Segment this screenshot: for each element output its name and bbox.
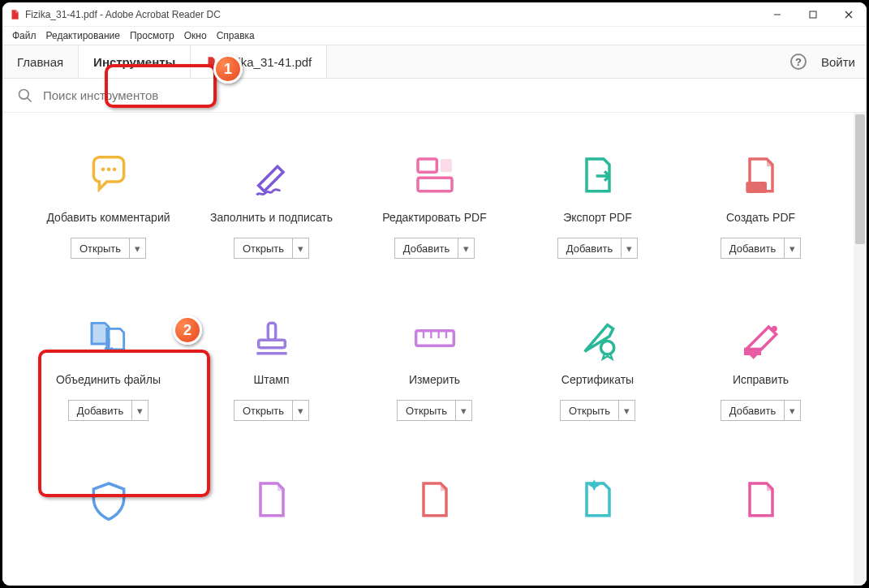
chevron-down-icon[interactable]: ▾ xyxy=(618,401,635,420)
tool-partial-5[interactable] xyxy=(679,478,842,523)
svg-rect-10 xyxy=(418,178,452,191)
menu-file[interactable]: Файл xyxy=(9,28,40,43)
page-icon xyxy=(738,478,784,523)
page-icon xyxy=(412,478,458,523)
tool-action-button[interactable]: Открыть▾ xyxy=(560,400,635,421)
tool-action-button[interactable]: Добавить▾ xyxy=(68,400,148,421)
menu-view[interactable]: Просмотр xyxy=(127,28,178,43)
scrollbar[interactable] xyxy=(854,113,867,586)
tool-partial-2[interactable] xyxy=(190,478,353,523)
tab-home[interactable]: Главная xyxy=(2,45,79,78)
tool-action-button[interactable]: Открыть▾ xyxy=(71,238,146,259)
svg-point-23 xyxy=(771,326,777,332)
tabbar: Главная Инструменты Fizika_31-41.pdf ? В… xyxy=(2,45,867,79)
tool-action-button[interactable]: Открыть▾ xyxy=(234,400,309,421)
svg-point-4 xyxy=(19,89,29,99)
tool-label: Сертификаты xyxy=(561,366,634,395)
chevron-down-icon[interactable]: ▾ xyxy=(129,238,145,258)
tool-label: Объединить файлы xyxy=(56,366,161,395)
help-icon[interactable]: ? xyxy=(790,54,807,70)
svg-rect-12 xyxy=(746,182,767,193)
login-button[interactable]: Войти xyxy=(821,55,855,69)
close-button[interactable] xyxy=(831,2,867,27)
svg-point-7 xyxy=(106,168,110,172)
certificate-icon xyxy=(575,315,621,361)
tool-action-button[interactable]: Добавить▾ xyxy=(721,400,801,421)
svg-rect-1 xyxy=(810,11,816,18)
svg-line-5 xyxy=(28,97,32,101)
tab-tools[interactable]: Инструменты xyxy=(79,45,191,78)
sign-icon xyxy=(249,153,295,199)
menu-window[interactable]: Окно xyxy=(181,28,210,43)
comment-icon xyxy=(86,153,131,199)
chevron-down-icon[interactable]: ▾ xyxy=(292,238,308,258)
annotation-marker-2: 2 xyxy=(173,315,202,345)
menu-help[interactable]: Справка xyxy=(213,28,258,43)
tools-panel: Добавить комментарий Открыть▾ Заполнить … xyxy=(2,113,867,586)
tab-document[interactable]: Fizika_31-41.pdf xyxy=(191,45,327,78)
tool-stamp[interactable]: Штамп Открыть▾ xyxy=(190,315,353,421)
tool-measure[interactable]: Измерить Открыть▾ xyxy=(353,315,516,421)
svg-rect-14 xyxy=(258,340,285,347)
tool-label: Измерить xyxy=(409,366,460,395)
chevron-down-icon[interactable]: ▾ xyxy=(131,401,148,420)
minimize-button[interactable] xyxy=(759,2,795,27)
svg-rect-22 xyxy=(744,348,761,355)
export-icon xyxy=(575,153,621,199)
tool-label: Добавить комментарий xyxy=(46,204,170,233)
tool-add-comment[interactable]: Добавить комментарий Открыть▾ xyxy=(27,153,190,259)
tools-search-bar xyxy=(2,79,867,113)
tool-partial-4[interactable] xyxy=(516,478,679,523)
stamp-icon xyxy=(249,315,295,361)
maximize-button[interactable] xyxy=(795,2,831,27)
tool-fill-sign[interactable]: Заполнить и подписать Открыть▾ xyxy=(190,153,353,259)
menu-edit[interactable]: Редактирование xyxy=(43,28,123,43)
shield-icon xyxy=(86,478,131,523)
tab-tools-label: Инструменты xyxy=(93,55,175,69)
tool-action-button[interactable]: Добавить▾ xyxy=(721,238,801,259)
tab-home-label: Главная xyxy=(17,55,63,69)
svg-point-21 xyxy=(600,341,613,354)
tool-label: Создать PDF xyxy=(726,204,795,233)
chevron-down-icon[interactable]: ▾ xyxy=(784,401,800,420)
svg-rect-9 xyxy=(418,159,437,172)
chevron-down-icon[interactable]: ▾ xyxy=(292,401,308,420)
tool-export-pdf[interactable]: Экспорт PDF Добавить▾ xyxy=(516,153,679,259)
tool-label: Штамп xyxy=(253,366,289,395)
scroll-thumb[interactable] xyxy=(855,114,865,244)
tool-action-button[interactable]: Открыть▾ xyxy=(234,238,309,259)
pdf-file-icon xyxy=(9,9,20,20)
sparkle-page-icon xyxy=(575,478,621,523)
tool-create-pdf[interactable]: Создать PDF Добавить▾ xyxy=(679,153,842,259)
tool-label: Редактировать PDF xyxy=(382,204,487,233)
tool-action-button[interactable]: Добавить▾ xyxy=(557,238,638,259)
create-pdf-icon xyxy=(738,153,784,199)
page-icon xyxy=(249,478,295,523)
chevron-down-icon[interactable]: ▾ xyxy=(458,238,474,258)
svg-rect-11 xyxy=(441,159,452,172)
menubar: Файл Редактирование Просмотр Окно Справк… xyxy=(2,27,867,45)
tool-partial-3[interactable] xyxy=(353,478,516,523)
svg-rect-13 xyxy=(268,323,275,340)
chevron-down-icon[interactable]: ▾ xyxy=(621,238,637,258)
svg-rect-16 xyxy=(415,331,454,346)
combine-icon xyxy=(86,315,131,361)
tool-label: Исправить xyxy=(733,366,789,395)
tool-action-button[interactable]: Добавить▾ xyxy=(394,238,475,259)
tool-edit-pdf[interactable]: Редактировать PDF Добавить▾ xyxy=(353,153,516,259)
titlebar: Fizika_31-41.pdf - Adobe Acrobat Reader … xyxy=(2,2,867,27)
tool-partial-1[interactable] xyxy=(27,478,190,523)
redact-icon xyxy=(738,315,784,361)
chevron-down-icon[interactable]: ▾ xyxy=(784,238,800,258)
tool-action-button[interactable]: Открыть▾ xyxy=(397,400,472,421)
tool-certificates[interactable]: Сертификаты Открыть▾ xyxy=(516,315,679,421)
annotation-marker-1: 1 xyxy=(213,54,243,84)
chevron-down-icon[interactable]: ▾ xyxy=(455,401,471,420)
tool-combine-files[interactable]: Объединить файлы Добавить▾ xyxy=(27,315,190,421)
tool-label: Заполнить и подписать xyxy=(210,204,333,233)
svg-point-6 xyxy=(101,168,105,172)
tool-label: Экспорт PDF xyxy=(563,204,632,233)
tools-search-input[interactable] xyxy=(43,88,368,102)
tool-redact[interactable]: Исправить Добавить▾ xyxy=(679,315,842,421)
window-title: Fizika_31-41.pdf - Adobe Acrobat Reader … xyxy=(25,9,221,20)
